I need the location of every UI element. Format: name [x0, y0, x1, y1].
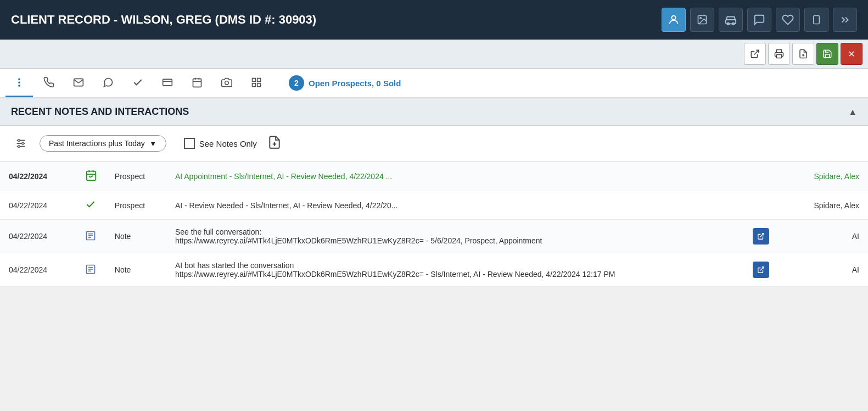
interaction-link-cell	[744, 220, 778, 253]
interaction-description: AI - Review Needed - Sls/Internet, AI - …	[166, 191, 744, 220]
svg-point-2	[700, 18, 702, 19]
svg-point-16	[19, 85, 20, 86]
svg-point-33	[18, 146, 20, 148]
svg-line-51	[760, 267, 764, 270]
svg-line-40	[89, 176, 90, 177]
prospect-badge[interactable]: 2 Open Prospects, 0 Sold	[289, 75, 401, 91]
svg-point-23	[225, 81, 229, 85]
interaction-agent: Spidare, Alex	[778, 162, 868, 191]
interaction-date: 04/22/2024	[0, 191, 76, 220]
svg-rect-17	[163, 79, 172, 86]
interaction-category: Prospect	[106, 191, 166, 220]
add-note-filter-button[interactable]	[266, 135, 283, 152]
svg-rect-24	[253, 78, 256, 81]
svg-rect-25	[257, 78, 261, 81]
interaction-date: 04/22/2024	[0, 253, 76, 287]
person-icon-btn[interactable]	[662, 8, 686, 32]
prospect-count: 2	[289, 75, 304, 91]
add-note-action-button[interactable]	[792, 43, 814, 65]
interaction-type-icon	[76, 191, 106, 220]
tab-calendar[interactable]	[183, 69, 211, 97]
interactions-table: 04/22/2024 ProspectAI Appointment - Sls/…	[0, 162, 868, 287]
tab-id[interactable]	[154, 69, 181, 97]
save-button[interactable]	[816, 43, 838, 65]
time-filter-label: Past Interactions plus Today	[49, 139, 145, 148]
see-notes-checkbox-area: See Notes Only	[184, 138, 257, 149]
dropdown-arrow-icon: ▼	[149, 139, 157, 148]
svg-line-8	[754, 50, 759, 54]
close-button[interactable]	[841, 43, 863, 65]
svg-point-15	[19, 82, 20, 83]
interaction-description: AI bot has started the conversation http…	[166, 253, 744, 287]
table-row: 04/22/2024 NoteSee the full conversation…	[0, 220, 868, 253]
svg-rect-19	[193, 79, 201, 87]
table-row: 04/22/2024 ProspectAI - Review Needed - …	[0, 191, 868, 220]
tab-camera[interactable]	[213, 69, 240, 97]
interaction-type-icon	[76, 162, 106, 191]
client-header: CLIENT RECORD - WILSON, GREG (DMS ID #: …	[0, 0, 868, 40]
table-row: 04/22/2024 ProspectAI Appointment - Sls/…	[0, 162, 868, 191]
external-link-button[interactable]	[744, 43, 766, 65]
interaction-type-icon	[76, 253, 106, 287]
time-filter-dropdown[interactable]: Past Interactions plus Today ▼	[40, 135, 166, 152]
external-link-icon-button[interactable]	[753, 228, 769, 245]
section-header: RECENT NOTES AND INTERACTIONS ▲	[0, 98, 868, 126]
external-link-icon-button[interactable]	[753, 262, 769, 278]
interaction-category: Note	[106, 220, 166, 253]
tab-bar: 2 Open Prospects, 0 Sold	[0, 69, 868, 98]
svg-rect-26	[257, 83, 261, 86]
print-button[interactable]	[768, 43, 790, 65]
interaction-category: Note	[106, 253, 166, 287]
section-title: RECENT NOTES AND INTERACTIONS	[11, 106, 189, 118]
image-icon-btn[interactable]	[690, 8, 714, 32]
table-row: 04/22/2024 NoteAI bot has started the co…	[0, 253, 868, 287]
interaction-date: 04/22/2024	[0, 220, 76, 253]
tab-chat[interactable]	[94, 69, 122, 97]
tab-email[interactable]	[65, 69, 92, 97]
interaction-type-icon	[76, 220, 106, 253]
interaction-category: Prospect	[106, 162, 166, 191]
mobile-icon-btn[interactable]	[804, 8, 828, 32]
svg-rect-27	[253, 83, 256, 86]
tab-phone[interactable]	[35, 69, 63, 97]
filter-icon-button[interactable]	[11, 134, 31, 153]
action-bar	[0, 40, 868, 69]
interaction-agent: AI	[778, 220, 868, 253]
client-title: CLIENT RECORD - WILSON, GREG (DMS ID #: …	[11, 13, 316, 27]
svg-rect-9	[777, 55, 782, 58]
tab-check[interactable]	[124, 69, 152, 97]
see-notes-label: See Notes Only	[199, 139, 257, 148]
interaction-link-cell	[744, 191, 778, 220]
filter-bar: Past Interactions plus Today ▼ See Notes…	[0, 126, 868, 162]
svg-line-46	[760, 234, 764, 237]
tab-grid[interactable]	[243, 69, 270, 97]
prospect-link[interactable]: Open Prospects, 0 Sold	[309, 79, 401, 88]
heart-icon-btn[interactable]	[776, 8, 800, 32]
interaction-link-cell	[744, 162, 778, 191]
chat-icon-btn[interactable]	[747, 8, 771, 32]
car-icon-btn[interactable]	[719, 8, 743, 32]
main-content: RECENT NOTES AND INTERACTIONS ▲ Past Int…	[0, 98, 868, 287]
collapse-button[interactable]: ▲	[848, 107, 857, 117]
interaction-link-cell	[744, 253, 778, 287]
svg-point-32	[22, 142, 24, 145]
tab-menu[interactable]	[5, 69, 33, 97]
svg-point-0	[671, 16, 675, 20]
header-icon-group	[662, 8, 857, 32]
interaction-agent: AI	[778, 253, 868, 287]
svg-rect-36	[87, 171, 96, 181]
svg-point-14	[19, 79, 20, 80]
more-icon-btn[interactable]	[833, 8, 857, 32]
interaction-description: AI Appointment - Sls/Internet, AI - Revi…	[166, 162, 744, 191]
interaction-agent: Spidare, Alex	[778, 191, 868, 220]
svg-point-31	[18, 140, 20, 142]
svg-line-41	[90, 176, 93, 177]
interaction-date: 04/22/2024	[0, 162, 76, 191]
interaction-description: See the full conversation: https://www.r…	[166, 220, 744, 253]
see-notes-checkbox[interactable]	[184, 138, 195, 149]
